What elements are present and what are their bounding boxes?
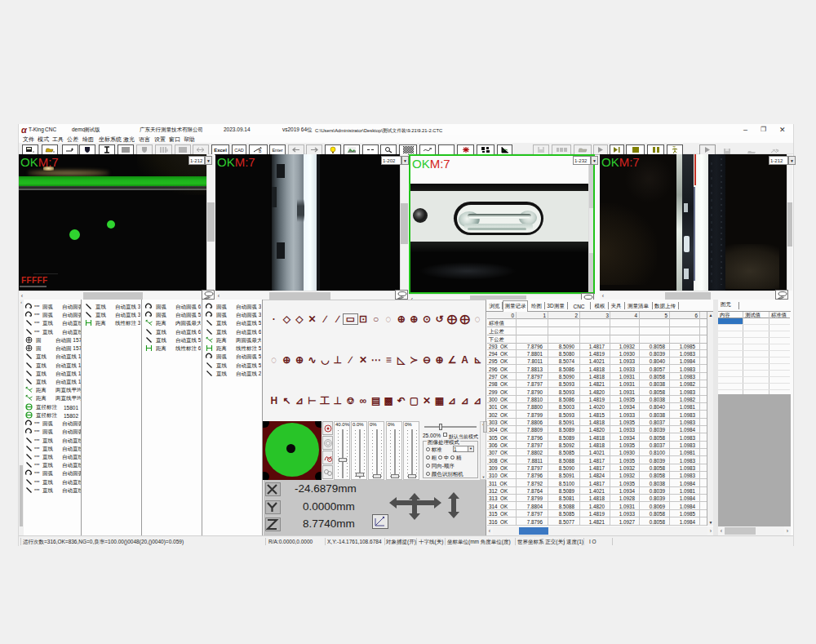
svg-text:B: B: [259, 149, 262, 153]
